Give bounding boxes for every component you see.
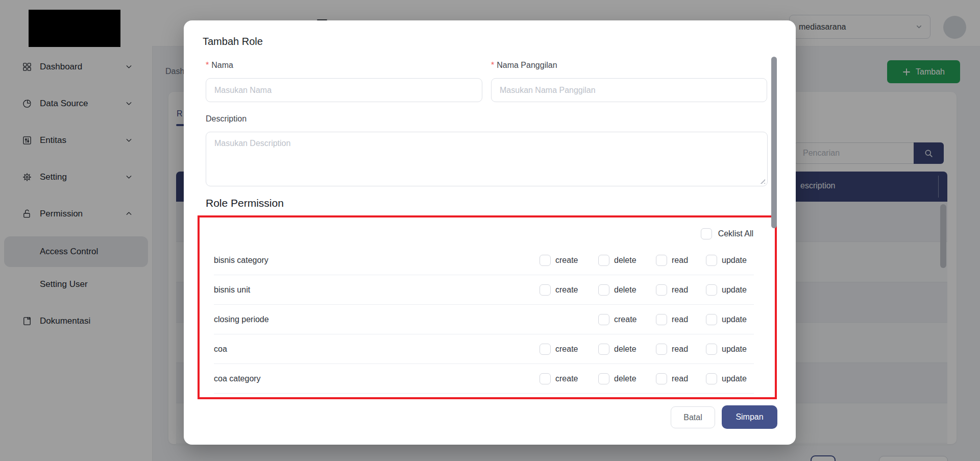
role-permission-panel: Ceklist All bisnis categorycreatedeleter… <box>198 215 777 399</box>
required-asterisk: * <box>206 61 209 69</box>
role-permission-heading: Role Permission <box>206 197 284 209</box>
permission-delete-cell[interactable]: delete <box>598 284 656 296</box>
permission-update-cell[interactable]: update <box>706 255 754 266</box>
permission-update-checkbox[interactable] <box>706 314 717 325</box>
permission-row: coa categorycreatedeletereadupdate <box>214 364 754 394</box>
permission-delete-checkbox[interactable] <box>598 284 609 296</box>
permission-read-cell[interactable]: read <box>656 373 706 384</box>
permission-read-checkbox[interactable] <box>656 255 667 266</box>
permission-delete-cell[interactable]: delete <box>598 373 656 384</box>
description-textarea[interactable] <box>206 132 768 186</box>
permission-row: closing periodecreatereadupdate <box>214 305 754 334</box>
permission-delete-cell[interactable]: delete <box>598 344 656 355</box>
permission-update-checkbox[interactable] <box>706 284 717 296</box>
permission-read-cell[interactable]: read <box>656 284 706 296</box>
permission-read-cell[interactable]: read <box>656 255 706 266</box>
permission-row-name: bisnis unit <box>214 285 540 295</box>
permission-row: bisnis categorycreatedeletereadupdate <box>214 246 754 275</box>
permission-delete-checkbox[interactable] <box>598 344 609 355</box>
permission-delete-cell[interactable]: delete <box>598 255 656 266</box>
tambah-role-modal: Tambah Role *Nama *Nama Panggilan Descri… <box>184 20 796 445</box>
nama-input[interactable] <box>206 78 482 102</box>
permission-update-cell[interactable]: update <box>706 314 754 325</box>
permission-create-cell[interactable]: create <box>540 373 598 384</box>
permission-update-cell[interactable]: update <box>706 284 754 296</box>
permission-read-cell[interactable]: read <box>656 344 706 355</box>
permission-delete-checkbox[interactable] <box>598 255 609 266</box>
permission-read-checkbox[interactable] <box>656 314 667 325</box>
permission-update-cell[interactable]: update <box>706 344 754 355</box>
permission-create-cell[interactable]: create <box>540 284 598 296</box>
app-root: DashboardData SourceEntitasSettingPermis… <box>0 0 980 461</box>
required-asterisk: * <box>491 61 494 69</box>
cancel-button[interactable]: Batal <box>671 406 715 428</box>
permission-row-name: coa category <box>214 374 540 383</box>
permission-update-checkbox[interactable] <box>706 373 717 384</box>
permission-row: bisnis unitcreatedeletereadupdate <box>214 275 754 305</box>
permission-create-cell[interactable]: create <box>598 314 656 325</box>
permission-create-checkbox[interactable] <box>540 255 551 266</box>
save-button[interactable]: Simpan <box>722 405 777 429</box>
permission-read-checkbox[interactable] <box>656 373 667 384</box>
nama-panggilan-input[interactable] <box>491 78 767 102</box>
permission-create-cell[interactable]: create <box>540 255 598 266</box>
permission-create-checkbox[interactable] <box>540 344 551 355</box>
permission-update-checkbox[interactable] <box>706 255 717 266</box>
permission-read-checkbox[interactable] <box>656 284 667 296</box>
check-all-label: Ceklist All <box>718 229 753 238</box>
check-all-checkbox[interactable] <box>701 228 712 239</box>
permission-row-name: closing periode <box>214 315 540 324</box>
permission-row-name: bisnis category <box>214 256 540 265</box>
permission-read-cell[interactable]: read <box>656 314 706 325</box>
nama-panggilan-label: *Nama Panggilan <box>491 61 557 70</box>
description-label: Description <box>206 114 247 124</box>
nama-label: *Nama <box>206 61 233 70</box>
permission-read-checkbox[interactable] <box>656 344 667 355</box>
permission-create-checkbox[interactable] <box>540 284 551 296</box>
modal-scrollbar[interactable] <box>771 57 777 228</box>
permission-update-checkbox[interactable] <box>706 344 717 355</box>
check-all-row: Ceklist All <box>200 217 775 241</box>
permission-delete-checkbox[interactable] <box>598 373 609 384</box>
permission-row-name: coa <box>214 345 540 354</box>
permission-row: coacreatedeletereadupdate <box>214 334 754 364</box>
permission-update-cell[interactable]: update <box>706 373 754 384</box>
permission-create-checkbox[interactable] <box>598 314 609 325</box>
modal-title: Tambah Role <box>203 36 263 47</box>
permission-create-checkbox[interactable] <box>540 373 551 384</box>
permission-create-cell[interactable]: create <box>540 344 598 355</box>
